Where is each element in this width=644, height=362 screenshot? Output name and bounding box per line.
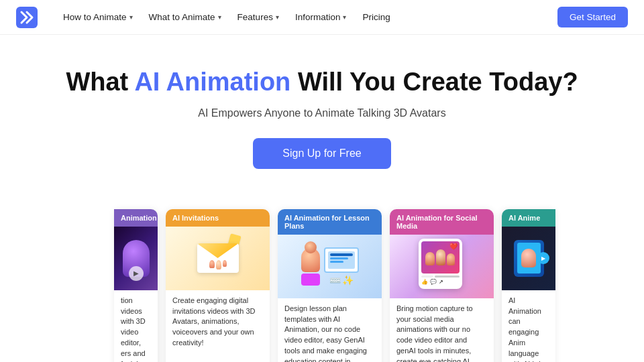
card-header-social-media: AI Animation for Social Media: [390, 209, 494, 235]
card-social-media: AI Animation for Social Media: [390, 209, 494, 362]
heading-suffix: Will You Create Today?: [290, 68, 578, 96]
card-image-animation: ▶: [114, 227, 158, 290]
chevron-down-icon: ▾: [276, 13, 279, 21]
card-text-lesson-plans: Design lesson plan templates with AI Ani…: [278, 298, 382, 362]
card-invitations: AI Invitations: [166, 209, 270, 362]
card-text-invitations: Create engaging digital invitations vide…: [166, 290, 270, 356]
card-header-lesson-plans: AI Animation for Lesson Plans: [278, 209, 382, 235]
heading-prefix: What: [66, 68, 134, 96]
card-text-animation: tion videos with 3D video editor, ers an…: [114, 290, 158, 362]
card-header-invitations: AI Invitations: [166, 209, 270, 227]
play-icon: ▶: [537, 252, 549, 264]
nav-item-pricing[interactable]: Pricing: [356, 8, 396, 26]
cards-section: Animation ▶ tion videos with 3D video ed…: [0, 193, 644, 362]
lesson-avatar: [301, 248, 320, 272]
card-header-anime: AI Anime: [502, 209, 555, 227]
hero-heading: What AI Animation Will You Create Today?: [16, 67, 628, 98]
get-started-button[interactable]: Get Started: [557, 7, 628, 27]
card-text-social-media: Bring motion capture to your social medi…: [390, 298, 494, 362]
card-image-social-media: ❤️ 👍💬↗: [390, 235, 494, 298]
nav-links: How to Animate ▾ What to Animate ▾ Featu…: [56, 8, 557, 26]
chevron-down-icon: ▾: [343, 13, 346, 21]
avatar-figure: ▶: [123, 240, 150, 277]
social-post-card: ❤️ 👍💬↗: [419, 239, 462, 289]
card-lesson-plans: AI Animation for Lesson Plans: [278, 209, 382, 362]
hero-subtitle: AI Empowers Anyone to Animate Talking 3D…: [16, 107, 628, 119]
cards-row: Animation ▶ tion videos with 3D video ed…: [0, 209, 644, 362]
play-icon: ▶: [129, 266, 144, 281]
nav-item-information[interactable]: Information ▾: [288, 8, 354, 26]
signup-button[interactable]: Sign Up for Free: [253, 138, 390, 169]
card-image-lesson-plans: ⌨️ ✨: [278, 235, 382, 298]
chevron-down-icon: ▾: [218, 13, 221, 21]
card-image-anime: ▶: [502, 227, 555, 290]
logo[interactable]: [16, 7, 38, 28]
nav-item-how-to-animate[interactable]: How to Animate ▾: [56, 8, 140, 26]
card-partial-anime: AI Anime ▶ AI Animation can engaging Ani…: [502, 209, 555, 362]
navbar: How to Animate ▾ What to Animate ▾ Featu…: [0, 0, 644, 35]
nav-item-what-to-animate[interactable]: What to Animate ▾: [142, 8, 228, 26]
nav-item-features[interactable]: Features ▾: [231, 8, 286, 26]
chevron-down-icon: ▾: [129, 13, 133, 21]
heart-icon: ❤️: [449, 243, 458, 250]
screen-shape: [324, 247, 359, 273]
card-image-invitations: [166, 227, 270, 290]
heading-highlight: AI Animation: [134, 68, 290, 96]
envelope-shape: [197, 243, 239, 273]
card-header-animation: Animation: [114, 209, 158, 227]
card-partial-animation: Animation ▶ tion videos with 3D video ed…: [114, 209, 158, 362]
card-text-anime: AI Animation can engaging Anim language …: [502, 290, 555, 362]
hero-section: What AI Animation Will You Create Today?…: [0, 35, 644, 193]
phone-device: ▶: [514, 240, 544, 277]
